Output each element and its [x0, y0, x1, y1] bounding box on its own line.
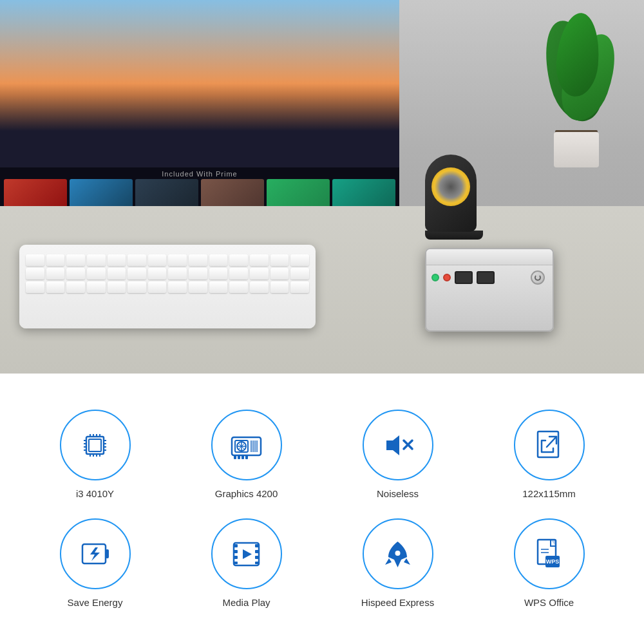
feature-icon-circle-energy	[60, 518, 131, 589]
key	[168, 254, 187, 266]
key	[148, 281, 167, 293]
speed-icon	[380, 536, 415, 572]
energy-icon	[77, 536, 113, 572]
key	[46, 254, 65, 266]
key	[128, 281, 146, 293]
key	[270, 268, 289, 279]
key	[270, 281, 289, 293]
mini-pc-top	[426, 249, 553, 265]
key	[66, 281, 85, 293]
media-icon	[229, 536, 264, 572]
svg-text:WPS: WPS	[546, 558, 560, 565]
feature-label-speed: Hispeed Express	[361, 597, 434, 608]
svg-point-51	[395, 551, 401, 556]
key	[209, 254, 228, 266]
mini-pc-front	[426, 265, 553, 290]
svg-rect-45	[234, 562, 238, 564]
key	[128, 254, 146, 266]
speaker-cone	[431, 167, 470, 206]
svg-marker-40	[90, 547, 100, 561]
feature-icon-circle-office: WPS	[514, 518, 585, 589]
feature-label-graphics: Graphics 4200	[215, 488, 278, 499]
svg-rect-25	[234, 455, 236, 459]
keyboard-keys	[19, 245, 316, 303]
audio-jack-red	[443, 274, 451, 281]
feature-label-office: WPS Office	[524, 597, 574, 608]
key	[290, 254, 309, 266]
feature-media: Media Play	[177, 518, 316, 608]
feature-icon-circle-media	[211, 518, 282, 589]
feature-icon-circle-size	[514, 410, 585, 480]
feature-label-noiseless: Noiseless	[377, 488, 419, 499]
monitor-screen: Included With Prime Red Oaks Tumble Leaf…	[0, 0, 399, 238]
key	[168, 281, 187, 293]
key	[108, 281, 126, 293]
prime-label: Included With Prime	[0, 167, 399, 179]
svg-rect-39	[106, 549, 109, 558]
svg-rect-27	[242, 455, 244, 459]
feature-icon-circle-noiseless	[363, 410, 433, 480]
speaker-base	[425, 231, 483, 240]
feature-size: 122x115mm	[480, 410, 618, 499]
cpu-icon	[77, 428, 113, 463]
feature-speed: Hispeed Express	[328, 518, 467, 608]
speaker-body	[425, 155, 477, 232]
svg-rect-28	[245, 455, 248, 459]
key	[290, 281, 309, 293]
keyboard	[19, 245, 316, 328]
key	[168, 268, 187, 279]
plant	[535, 13, 618, 167]
feature-graphics: Graphics 4200	[177, 410, 316, 499]
key	[250, 254, 269, 266]
key	[189, 268, 207, 279]
key	[87, 281, 106, 293]
key	[189, 281, 207, 293]
svg-rect-44	[234, 556, 238, 559]
mini-pc	[425, 248, 554, 338]
feature-icon-circle-cpu	[60, 410, 131, 480]
noiseless-icon	[380, 428, 415, 463]
svg-rect-48	[255, 556, 259, 559]
key	[66, 268, 85, 279]
audio-jack-green	[431, 274, 439, 281]
power-icon	[535, 274, 541, 281]
feature-energy: Save Energy	[26, 518, 164, 608]
feature-icon-circle-graphics	[211, 410, 282, 480]
svg-marker-50	[243, 549, 252, 559]
key	[229, 254, 248, 266]
features-grid: i3 4010Y	[26, 410, 618, 608]
feature-label-cpu: i3 4010Y	[76, 488, 114, 499]
usb-port-2	[477, 271, 495, 284]
svg-marker-33	[386, 435, 399, 455]
size-icon	[531, 428, 567, 463]
key	[209, 281, 228, 293]
key	[87, 268, 106, 279]
power-button[interactable]	[531, 270, 545, 285]
svg-rect-46	[255, 544, 259, 547]
key	[87, 254, 106, 266]
key	[148, 254, 167, 266]
feature-icon-circle-speed	[363, 518, 433, 589]
key	[250, 281, 269, 293]
key	[229, 281, 248, 293]
features-section: i3 4010Y	[0, 374, 644, 644]
svg-rect-26	[238, 455, 240, 459]
key	[189, 254, 207, 266]
product-photo-section: Included With Prime Red Oaks Tumble Leaf…	[0, 0, 644, 374]
plant-pot	[554, 132, 599, 167]
key	[128, 268, 146, 279]
key	[26, 268, 44, 279]
svg-rect-43	[234, 550, 238, 553]
key	[148, 268, 167, 279]
svg-rect-47	[255, 550, 259, 553]
key	[108, 268, 126, 279]
key	[229, 268, 248, 279]
key	[290, 268, 309, 279]
feature-label-energy: Save Energy	[68, 597, 123, 608]
svg-rect-49	[255, 562, 259, 564]
feature-label-media: Media Play	[222, 597, 270, 608]
office-icon: WPS	[531, 536, 567, 572]
usb-port-1	[455, 271, 473, 284]
feature-cpu: i3 4010Y	[26, 410, 164, 499]
key	[66, 254, 85, 266]
